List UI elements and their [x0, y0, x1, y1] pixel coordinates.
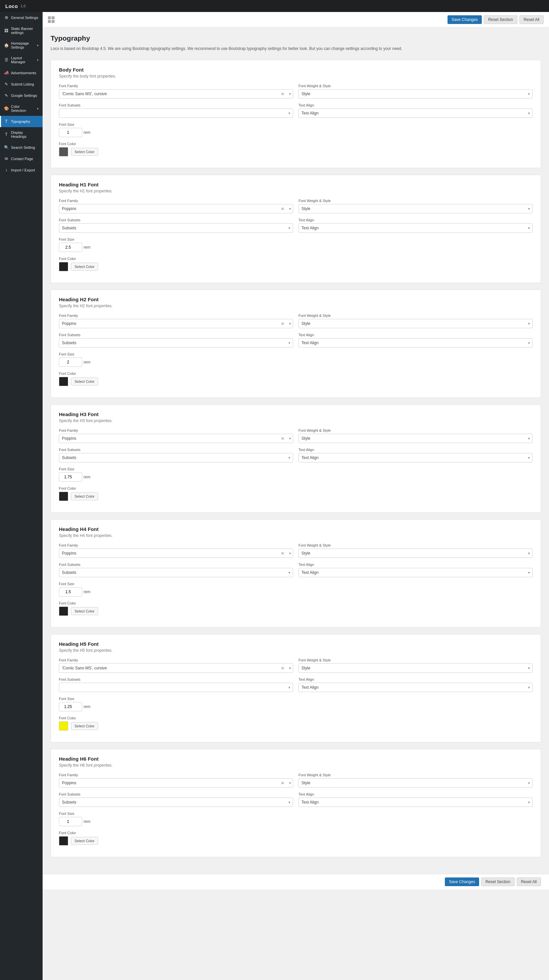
- page-description: Loco is based on Bootstrap 4.5. We are u…: [51, 46, 541, 52]
- font-subsets-select-heading-h1[interactable]: Subsets Latin Cyrillic: [59, 223, 293, 233]
- font-weight-select-heading-h3[interactable]: Style Bold Italic Bold Italic: [298, 434, 533, 443]
- font-weight-select-heading-h4[interactable]: Style Bold Italic Bold Italic: [298, 549, 533, 558]
- font-size-input-body-font[interactable]: [59, 128, 82, 137]
- sidebar-item-display-headings[interactable]: TDisplay Headings: [0, 127, 43, 142]
- font-weight-select-heading-h5[interactable]: Style Bold Italic Bold Italic: [298, 663, 533, 673]
- font-size-input-heading-h2[interactable]: [59, 358, 82, 367]
- text-align-label: Text Align: [298, 218, 533, 222]
- sidebar-item-contact-page[interactable]: ✉Contact Page: [0, 153, 43, 164]
- font-family-wrapper-heading-h5: ✕ ▾: [59, 663, 293, 673]
- section-title-heading-h4: Heading H4 Font: [59, 526, 533, 532]
- font-subsets-select-body-font[interactable]: Latin Cyrillic: [59, 108, 293, 118]
- section-desc-heading-h5: Specify the H5 font properties.: [59, 648, 533, 653]
- sidebar-item-import-export[interactable]: ↕Import / Export: [0, 164, 43, 176]
- font-family-input-heading-h5[interactable]: [59, 663, 293, 673]
- sidebar-item-advertisements[interactable]: 📣Advertisements: [0, 67, 43, 78]
- sidebar-item-typography[interactable]: TTypography: [0, 116, 43, 127]
- select-color-button-heading-h4[interactable]: Select Color: [71, 607, 98, 615]
- select-color-button-heading-h1[interactable]: Select Color: [71, 262, 98, 270]
- font-family-input-heading-h1[interactable]: [59, 204, 293, 213]
- font-weight-select-heading-h1[interactable]: Style Bold Italic Bold Italic: [298, 204, 533, 213]
- text-align-select-heading-h3[interactable]: Text Align Left Center Right Justify: [298, 453, 533, 462]
- bottom-reset-section-button[interactable]: Reset Section: [481, 877, 515, 886]
- section-title-body-font: Body Font: [59, 67, 533, 73]
- font-color-swatch-body-font[interactable]: [59, 147, 68, 156]
- contact-icon: ✉: [4, 156, 9, 161]
- main-content: Save Changes Reset Section Reset All Typ…: [43, 12, 549, 980]
- sidebar-item-general-settings[interactable]: ⚙General Settings: [0, 12, 43, 23]
- font-subsets-select-heading-h4[interactable]: Subsets Latin Cyrillic: [59, 568, 293, 577]
- font-color-swatch-heading-h6[interactable]: [59, 836, 68, 845]
- font-family-wrapper-heading-h3: ✕ ▾: [59, 434, 293, 443]
- font-subsets-select-heading-h2[interactable]: Subsets Latin Cyrillic: [59, 338, 293, 348]
- text-icon: T: [4, 132, 9, 137]
- app-version: 1.0: [21, 4, 25, 8]
- font-family-clear-heading-h6[interactable]: ✕: [279, 781, 286, 786]
- font-color-row-body-font: Select Color: [59, 147, 533, 156]
- select-color-button-heading-h6[interactable]: Select Color: [71, 837, 98, 845]
- bottom-save-changes-button[interactable]: Save Changes: [445, 877, 479, 886]
- font-size-input-heading-h5[interactable]: [59, 702, 82, 711]
- font-family-clear-body-font[interactable]: ✕: [279, 92, 286, 97]
- font-size-input-heading-h3[interactable]: [59, 473, 82, 482]
- font-subsets-label: Font Subsets: [59, 678, 293, 681]
- font-color-swatch-heading-h3[interactable]: [59, 492, 68, 501]
- font-family-clear-heading-h2[interactable]: ✕: [279, 321, 286, 326]
- reset-all-button[interactable]: Reset All: [519, 15, 544, 24]
- font-weight-select-body-font[interactable]: Style Bold Italic Bold Italic: [298, 89, 533, 99]
- bottom-reset-all-button[interactable]: Reset All: [517, 877, 541, 886]
- sidebar-item-submit-listing[interactable]: ✎Submit Listing: [0, 78, 43, 90]
- font-color-swatch-heading-h2[interactable]: [59, 377, 68, 386]
- font-family-clear-heading-h1[interactable]: ✕: [279, 206, 286, 212]
- font-size-input-heading-h1[interactable]: [59, 243, 82, 252]
- text-align-label: Text Align: [298, 563, 533, 566]
- font-size-wrapper-body-font: rem: [59, 128, 125, 137]
- font-family-input-heading-h4[interactable]: [59, 549, 293, 558]
- sidebar-item-search-setting[interactable]: 🔍Search Setting: [0, 142, 43, 153]
- reset-section-button[interactable]: Reset Section: [484, 15, 517, 24]
- font-size-input-heading-h4[interactable]: [59, 587, 82, 597]
- chevron-down-icon: ▾: [37, 58, 39, 62]
- font-weight-select-heading-h2[interactable]: Style Bold Italic Bold Italic: [298, 319, 533, 328]
- font-family-input-heading-h3[interactable]: [59, 434, 293, 443]
- sidebar-item-label: Contact Page: [11, 157, 33, 161]
- font-color-swatch-heading-h1[interactable]: [59, 262, 68, 271]
- text-align-select-heading-h6[interactable]: Text Align Left Center Right Justify: [298, 797, 533, 807]
- text-align-select-heading-h2[interactable]: Text Align Left Center Right Justify: [298, 338, 533, 348]
- select-color-button-body-font[interactable]: Select Color: [71, 148, 98, 156]
- select-color-button-heading-h3[interactable]: Select Color: [71, 492, 98, 500]
- text-align-label: Text Align: [298, 333, 533, 337]
- font-family-clear-heading-h4[interactable]: ✕: [279, 551, 286, 556]
- sidebar-item-layout-manager[interactable]: ☰Layout Manager▾: [0, 52, 43, 67]
- text-align-select-heading-h1[interactable]: Text Align Left Center Right Justify: [298, 223, 533, 233]
- font-family-clear-heading-h3[interactable]: ✕: [279, 436, 286, 441]
- section-heading-h3: Heading H3 Font Specify the H3 font prop…: [51, 404, 541, 513]
- select-color-button-heading-h2[interactable]: Select Color: [71, 377, 98, 385]
- grid-icon: [48, 16, 55, 23]
- font-family-input-body-font[interactable]: [59, 89, 293, 99]
- font-color-row-heading-h3: Select Color: [59, 492, 533, 501]
- font-size-input-heading-h6[interactable]: [59, 817, 82, 826]
- text-align-select-heading-h5[interactable]: Text Align Left Center Right Justify: [298, 683, 533, 692]
- sidebar-item-google-settings[interactable]: ✎Google Settings: [0, 90, 43, 101]
- font-weight-select-heading-h6[interactable]: Style Bold Italic Bold Italic: [298, 778, 533, 788]
- font-color-label: Font Color: [59, 371, 533, 375]
- text-align-label: Text Align: [298, 792, 533, 796]
- font-family-clear-heading-h5[interactable]: ✕: [279, 666, 286, 671]
- font-color-swatch-heading-h4[interactable]: [59, 606, 68, 616]
- font-family-input-heading-h2[interactable]: [59, 319, 293, 328]
- font-color-row-heading-h5: Select Color: [59, 721, 533, 731]
- sidebar-item-color-selection[interactable]: 🎨Color Selection▾: [0, 101, 43, 116]
- font-subsets-select-heading-h5[interactable]: Latin Cyrillic: [59, 683, 293, 692]
- font-color-swatch-heading-h5[interactable]: [59, 721, 68, 731]
- pencil-icon: ✎: [4, 93, 9, 98]
- font-subsets-select-heading-h6[interactable]: Subsets Latin Cyrillic: [59, 797, 293, 807]
- text-align-select-heading-h4[interactable]: Text Align Left Center Right Justify: [298, 568, 533, 577]
- sidebar-item-homepage[interactable]: 🏠Homepage Settings▾: [0, 38, 43, 52]
- font-subsets-select-heading-h3[interactable]: Subsets Latin Cyrillic: [59, 453, 293, 462]
- font-family-input-heading-h6[interactable]: [59, 778, 293, 788]
- save-changes-button[interactable]: Save Changes: [447, 15, 482, 24]
- sidebar-item-static-banner[interactable]: 🖼Static Banner settings: [0, 23, 43, 38]
- select-color-button-heading-h5[interactable]: Select Color: [71, 722, 98, 730]
- text-align-select-body-font[interactable]: Text Align Left Center Right Justify: [298, 108, 533, 118]
